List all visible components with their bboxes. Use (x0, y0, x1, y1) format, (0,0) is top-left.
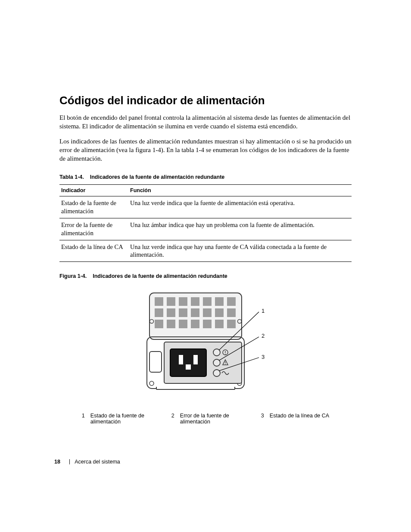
legend-number: 3 (261, 413, 265, 425)
table-caption-number: Tabla 1-4. (59, 174, 84, 180)
table-row: Estado de la línea de CA Una luz verde i… (59, 240, 352, 262)
figure-caption: Figura 1-4.Indicadores de la fuente de a… (59, 273, 352, 279)
cell-function: Una luz verde indica que hay una fuente … (128, 240, 352, 262)
cell-function: Una luz ámbar indica que hay un problema… (128, 218, 352, 240)
figure-caption-number: Figura 1-4. (59, 273, 87, 279)
indicator-table: Indicador Función Estado de la fuente de… (59, 184, 352, 262)
svg-rect-35 (179, 355, 183, 364)
cell-indicator: Error de la fuente de alimentación (59, 218, 128, 240)
svg-rect-2 (167, 297, 175, 306)
svg-rect-31 (149, 352, 162, 372)
table-caption: Tabla 1-4.Indicadores de la fuente de al… (59, 174, 352, 180)
legend-item: 2 Error de la fuente de alimentación (171, 413, 249, 425)
svg-rect-37 (186, 364, 191, 370)
svg-rect-9 (167, 308, 175, 317)
legend-text: Estado de la fuente de alimentación (90, 413, 159, 425)
svg-rect-4 (191, 297, 199, 306)
svg-rect-14 (227, 308, 236, 317)
callout-label-2: 2 (262, 333, 265, 339)
svg-rect-17 (179, 320, 187, 328)
table-caption-text: Indicadores de la fuente de alimentación… (90, 174, 225, 180)
legend-item: 3 Estado de la línea de CA (261, 413, 329, 425)
callout-label-1: 1 (262, 308, 265, 314)
cell-indicator: Estado de la fuente de alimentación (59, 196, 128, 218)
svg-rect-15 (155, 320, 163, 328)
svg-rect-18 (191, 320, 199, 328)
svg-rect-20 (215, 320, 224, 328)
svg-rect-36 (193, 355, 198, 364)
svg-rect-19 (203, 320, 212, 328)
power-supply-diagram (145, 290, 266, 402)
svg-point-25 (149, 381, 154, 386)
legend-number: 1 (82, 413, 85, 425)
figure-container: 1 2 3 (59, 290, 352, 404)
cell-indicator: Estado de la línea de CA (59, 240, 128, 262)
svg-point-46 (225, 364, 226, 365)
figure-legend: 1 Estado de la fuente de alimentación 2 … (59, 413, 352, 425)
svg-rect-3 (179, 297, 187, 306)
legend-text: Error de la fuente de alimentación (180, 413, 249, 425)
svg-rect-7 (227, 297, 236, 306)
svg-rect-16 (167, 320, 175, 328)
svg-point-43 (225, 354, 226, 355)
table-row: Estado de la fuente de alimentación Una … (59, 196, 352, 218)
cell-function: Una luz verde indica que la fuente de al… (128, 196, 352, 218)
svg-rect-8 (155, 308, 163, 317)
svg-rect-10 (179, 308, 187, 317)
document-page: Códigos del indicador de alimentación El… (0, 0, 411, 532)
svg-rect-12 (203, 308, 212, 317)
legend-item: 1 Estado de la fuente de alimentación (82, 413, 159, 425)
svg-marker-34 (173, 351, 204, 375)
svg-rect-5 (203, 297, 212, 306)
table-row: Error de la fuente de alimentación Una l… (59, 218, 352, 240)
table-header-function: Función (128, 185, 352, 196)
figure-caption-text: Indicadores de la fuente de alimentación… (93, 273, 227, 279)
intro-paragraph-2: Los indicadores de las fuentes de alimen… (59, 137, 352, 163)
svg-rect-1 (155, 297, 163, 306)
legend-text: Estado de la línea de CA (270, 413, 329, 425)
callout-label-3: 3 (262, 354, 265, 360)
legend-number: 2 (171, 413, 175, 425)
page-footer: 18 Acerca del sistema (54, 459, 120, 465)
page-heading: Códigos del indicador de alimentación (59, 94, 352, 107)
footer-separator-icon (69, 459, 70, 464)
svg-rect-21 (227, 320, 236, 328)
svg-rect-13 (215, 308, 224, 317)
footer-section: Acerca del sistema (75, 459, 120, 465)
page-number: 18 (54, 459, 60, 465)
svg-rect-6 (215, 297, 224, 306)
intro-paragraph-1: El botón de encendido del panel frontal … (59, 113, 352, 131)
svg-rect-11 (191, 308, 199, 317)
table-header-indicator: Indicador (59, 185, 128, 196)
